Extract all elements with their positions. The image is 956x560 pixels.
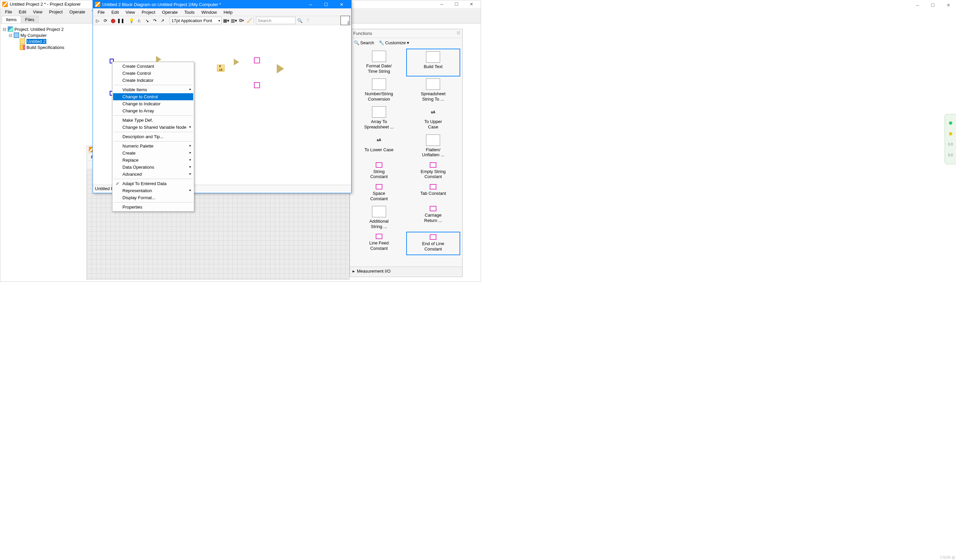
function-node[interactable]: R18	[217, 65, 225, 71]
context-menu-item[interactable]: Change to Shared Variable Node	[113, 124, 193, 131]
tab-files[interactable]: Files	[21, 16, 39, 23]
run-cont-button[interactable]: ⟳	[102, 17, 108, 24]
concat-strings-node[interactable]	[277, 64, 284, 74]
minimize-button[interactable]: ─	[434, 1, 449, 8]
outer-maximize-button[interactable]: ☐	[925, 0, 940, 10]
palette-item[interactable]: Spreadsheet String To ...	[406, 77, 461, 104]
step-over-icon[interactable]: ↷	[151, 17, 158, 24]
palette-item-icon	[376, 162, 382, 168]
palette-item[interactable]: End of Line Constant	[406, 232, 461, 255]
palette-toolbar: 🔍 Search 🔧 Customize▾	[350, 38, 462, 47]
cleanup-icon[interactable]: 🧹	[246, 17, 253, 24]
help-icon[interactable]: ❔	[304, 17, 311, 24]
highlight-icon[interactable]: 💡	[128, 17, 135, 24]
search-icon[interactable]: 🔍	[297, 17, 303, 24]
pause-button[interactable]: ❚❚	[117, 17, 124, 24]
bd-close-button[interactable]: ✕	[334, 0, 349, 8]
palette-item[interactable]: Build Text	[406, 49, 461, 77]
context-menu-item[interactable]: Make Type Def.	[113, 117, 193, 124]
context-menu-item[interactable]: Change to Control	[113, 93, 193, 100]
string-indicator-node[interactable]	[254, 57, 260, 63]
palette-item-label: Format Date/ Time String	[366, 63, 392, 74]
outer-minimize-button[interactable]: ─	[910, 0, 925, 10]
context-menu-item[interactable]: Description and Tip...	[113, 133, 193, 140]
bd-menu-operate[interactable]: Operate	[159, 9, 181, 16]
menu-file[interactable]: File	[2, 9, 16, 15]
context-menu-item[interactable]: Change to Array	[113, 107, 193, 115]
bd-maximize-button[interactable]: ☐	[318, 0, 334, 8]
palette-item[interactable]: Tab Constant	[406, 182, 461, 204]
pin-icon[interactable]	[457, 31, 460, 35]
step-out-icon[interactable]: ↗	[159, 17, 166, 24]
tab-items[interactable]: Items	[2, 16, 21, 23]
close-button[interactable]: ✕	[464, 1, 479, 8]
palette-item[interactable]: aATo Lower Case	[352, 132, 406, 160]
bd-menu-edit[interactable]: Edit	[108, 9, 122, 16]
context-menu-item[interactable]: Data Operations	[113, 164, 193, 171]
context-menu-item[interactable]: Representation	[113, 187, 193, 194]
distribute-icon[interactable]: ▥▾	[230, 17, 237, 24]
green-dot-icon[interactable]	[949, 121, 952, 125]
context-menu-item[interactable]: Numeric Palette	[113, 143, 193, 149]
string-indicator-node[interactable]	[254, 82, 260, 88]
bd-menu-project[interactable]: Project	[138, 9, 158, 16]
context-menu-item[interactable]: Replace	[113, 157, 193, 164]
menu-view[interactable]: View	[30, 9, 46, 15]
yellow-dot-icon[interactable]	[949, 132, 952, 135]
reorder-icon[interactable]: ⧉▾	[238, 17, 245, 24]
menu-edit[interactable]: Edit	[16, 9, 30, 15]
bd-menu-tools[interactable]: Tools	[181, 9, 198, 16]
context-menu-item[interactable]: Advanced	[113, 171, 193, 178]
menu-project[interactable]: Project	[46, 9, 66, 15]
context-menu-item[interactable]: Create	[113, 149, 193, 157]
bd-menu-view[interactable]: View	[122, 9, 138, 16]
bd-menu-help[interactable]: Help	[220, 9, 236, 16]
wire-junction-icon[interactable]	[234, 59, 239, 65]
context-menu-item[interactable]: Change to Indicator	[113, 100, 193, 107]
context-menu-item[interactable]: Create Constant	[113, 63, 193, 70]
retain-wire-icon[interactable]: ⎌	[136, 17, 143, 24]
palette-title: Functions	[350, 29, 462, 38]
build-icon	[20, 45, 25, 50]
palette-item[interactable]: String Constant	[352, 160, 406, 182]
palette-item[interactable]: Additional String ...	[352, 204, 406, 232]
bd-menu-window[interactable]: Window	[198, 9, 220, 16]
palette-item[interactable]: Line Feed Constant	[352, 232, 406, 255]
run-button[interactable]: ▷	[94, 17, 101, 24]
context-menu-item[interactable]: Create Control	[113, 70, 193, 77]
vi-icon-editor[interactable]	[340, 16, 350, 25]
palette-footer[interactable]: ▸ Measurement I/O	[350, 267, 462, 275]
palette-item-label: To Lower Case	[364, 147, 393, 152]
palette-item[interactable]: Array To Spreadsheet ...	[352, 104, 406, 132]
menu-operate[interactable]: Operate	[66, 9, 88, 15]
context-menu-item[interactable]: Display Format...	[113, 194, 193, 201]
palette-item[interactable]: Number/String Conversion	[352, 77, 406, 104]
maximize-button[interactable]: ☐	[449, 1, 464, 8]
palette-item[interactable]: Flatten/ Unflatten ...	[406, 132, 461, 160]
align-icon[interactable]: ▦▾	[223, 17, 230, 24]
palette-item-label: Space Constant	[370, 191, 388, 201]
expand-icon[interactable]: ⊟	[8, 33, 13, 38]
abort-button[interactable]: ⬤	[110, 17, 116, 24]
bd-minimize-button[interactable]: ─	[303, 0, 318, 8]
context-menu-item[interactable]: ✓Adapt To Entered Data	[113, 180, 193, 187]
bd-menu-file[interactable]: File	[94, 9, 108, 16]
side-gutter-widget[interactable]: 0.0 0.0	[945, 114, 956, 164]
context-menu-item[interactable]: Visible Items	[113, 86, 193, 93]
palette-search-button[interactable]: 🔍 Search	[354, 40, 374, 45]
context-menu-item[interactable]: Create Indicator	[113, 77, 193, 84]
step-into-icon[interactable]: ↘	[143, 17, 150, 24]
palette-item[interactable]: Space Constant	[352, 182, 406, 204]
bd-search-input[interactable]: Search	[256, 17, 296, 24]
palette-item[interactable]: Format Date/ Time String	[352, 49, 406, 77]
palette-item-label: Carriage Return ...	[425, 213, 442, 223]
palette-item[interactable]: aATo Upper Case	[406, 104, 461, 132]
outer-close-button[interactable]: ✕	[940, 0, 956, 10]
palette-item[interactable]: Empty String Constant	[406, 160, 461, 182]
context-menu-item[interactable]: Properties	[113, 204, 193, 210]
chevron-right-icon: ▸	[352, 268, 355, 274]
palette-item[interactable]: Carriage Return ...	[406, 204, 461, 232]
palette-customize-button[interactable]: 🔧 Customize▾	[379, 40, 409, 45]
font-selector[interactable]: 17pt Application Font	[170, 17, 222, 24]
expand-icon[interactable]: ⊟	[2, 27, 6, 32]
